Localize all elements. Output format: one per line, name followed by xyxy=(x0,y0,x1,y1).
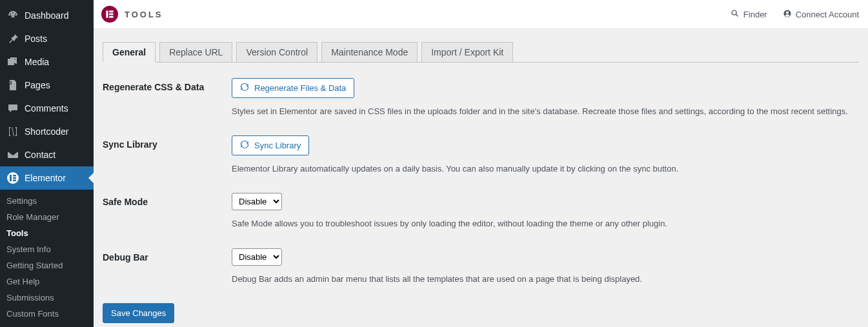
sidebar-item-label: Dashboard xyxy=(25,10,69,21)
regenerate-label: Regenerate CSS & Data xyxy=(103,78,232,92)
svg-rect-2 xyxy=(10,175,12,181)
svg-point-0 xyxy=(13,59,17,63)
regenerate-files-button[interactable]: Regenerate Files & Data xyxy=(232,78,354,98)
safemode-label: Safe Mode xyxy=(103,193,232,207)
sidebar-item-label: Contact xyxy=(25,150,56,160)
svg-rect-6 xyxy=(106,10,108,17)
sidebar-item-dashboard[interactable]: Dashboard xyxy=(0,4,94,27)
submenu-item-submissions[interactable]: Submissions xyxy=(0,290,94,306)
sidebar-item-comments[interactable]: Comments xyxy=(0,97,94,120)
debugbar-label: Debug Bar xyxy=(103,248,232,263)
svg-rect-8 xyxy=(109,14,113,15)
tab-replace-url[interactable]: Replace URL xyxy=(159,42,232,62)
media-icon xyxy=(6,55,19,68)
shortcode-icon xyxy=(6,125,19,138)
page-title: TOOLS xyxy=(125,10,163,19)
sidebar-item-label: Media xyxy=(25,57,49,67)
sidebar-item-media[interactable]: Media xyxy=(0,50,94,74)
svg-rect-7 xyxy=(109,10,113,12)
row-regenerate: Regenerate CSS & Data Regenerate Files &… xyxy=(103,78,859,117)
search-icon xyxy=(731,9,740,20)
elementor-icon xyxy=(6,172,19,184)
pin-icon xyxy=(6,32,19,45)
submenu-item-settings[interactable]: Settings xyxy=(0,193,94,209)
row-sync-library: Sync Library Sync Library Elementor Libr… xyxy=(103,135,859,175)
debugbar-select[interactable]: Disable xyxy=(232,248,282,266)
row-debug-bar: Debug Bar Disable Debug Bar adds an admi… xyxy=(103,248,859,285)
elementor-logo-icon xyxy=(101,6,118,23)
main-content: TOOLS Finder Connect Account xyxy=(94,0,868,327)
sidebar-item-contact[interactable]: Contact xyxy=(0,143,94,166)
mail-icon xyxy=(6,148,19,161)
submenu-item-custom-fonts[interactable]: Custom Fonts xyxy=(0,306,94,322)
pages-icon xyxy=(6,79,19,92)
finder-label: Finder xyxy=(743,10,767,19)
submenu-item-get-help[interactable]: Get Help xyxy=(0,273,94,290)
safemode-select[interactable]: Disable xyxy=(232,193,282,210)
connect-account-button[interactable]: Connect Account xyxy=(783,9,859,20)
svg-rect-4 xyxy=(13,177,16,179)
user-circle-icon xyxy=(783,9,792,20)
topbar: TOOLS Finder Connect Account xyxy=(94,0,868,29)
submenu-item-custom-icons[interactable]: Custom Icons xyxy=(0,322,94,327)
sidebar-item-shortcoder[interactable]: Shortcoder xyxy=(0,120,94,143)
regenerate-button-label: Regenerate Files & Data xyxy=(254,83,346,93)
svg-rect-9 xyxy=(109,16,113,18)
save-changes-button[interactable]: Save Changes xyxy=(103,303,174,323)
sidebar-item-elementor[interactable]: Elementor xyxy=(0,166,94,190)
dashboard-icon xyxy=(6,9,19,22)
row-safe-mode: Safe Mode Disable Safe Mode allows you t… xyxy=(103,193,859,230)
connect-account-label: Connect Account xyxy=(796,10,859,19)
tab-import-export-kit[interactable]: Import / Export Kit xyxy=(421,42,513,62)
svg-rect-5 xyxy=(13,180,16,182)
submenu-item-role-manager[interactable]: Role Manager xyxy=(0,209,94,225)
submenu-item-system-info[interactable]: System Info xyxy=(0,241,94,257)
sidebar-item-pages[interactable]: Pages xyxy=(0,74,94,97)
sync-help-text: Elementor Library automatically updates … xyxy=(232,163,859,175)
sidebar-item-label: Pages xyxy=(25,80,50,90)
finder-button[interactable]: Finder xyxy=(731,9,767,20)
tab-version-control[interactable]: Version Control xyxy=(236,42,318,62)
admin-sidebar: Dashboard Posts Media Pages Comments xyxy=(0,0,94,327)
tab-general[interactable]: General xyxy=(103,42,156,63)
elementor-submenu: Settings Role Manager Tools System Info … xyxy=(0,190,94,327)
submenu-item-getting-started[interactable]: Getting Started xyxy=(0,257,94,273)
tab-maintenance-mode[interactable]: Maintenance Mode xyxy=(321,42,418,62)
sidebar-item-label: Posts xyxy=(25,34,47,44)
tabs: General Replace URL Version Control Main… xyxy=(103,42,859,63)
sidebar-item-label: Comments xyxy=(25,103,68,114)
submenu-item-tools[interactable]: Tools xyxy=(0,225,94,241)
sidebar-item-label: Elementor xyxy=(25,173,66,183)
regenerate-help-text: Styles set in Elementor are saved in CSS… xyxy=(232,106,859,117)
sync-label: Sync Library xyxy=(103,135,232,150)
comments-icon xyxy=(6,102,19,115)
refresh-icon xyxy=(240,140,249,151)
sync-button-label: Sync Library xyxy=(254,141,301,150)
refresh-icon xyxy=(240,83,249,94)
safemode-help-text: Safe Mode allows you to troubleshoot iss… xyxy=(232,218,859,230)
debugbar-help-text: Debug Bar adds an admin bar menu that li… xyxy=(232,273,859,285)
sidebar-item-posts[interactable]: Posts xyxy=(0,27,94,50)
svg-rect-3 xyxy=(13,175,16,177)
sync-library-button[interactable]: Sync Library xyxy=(232,135,309,155)
sidebar-item-label: Shortcoder xyxy=(25,126,68,137)
